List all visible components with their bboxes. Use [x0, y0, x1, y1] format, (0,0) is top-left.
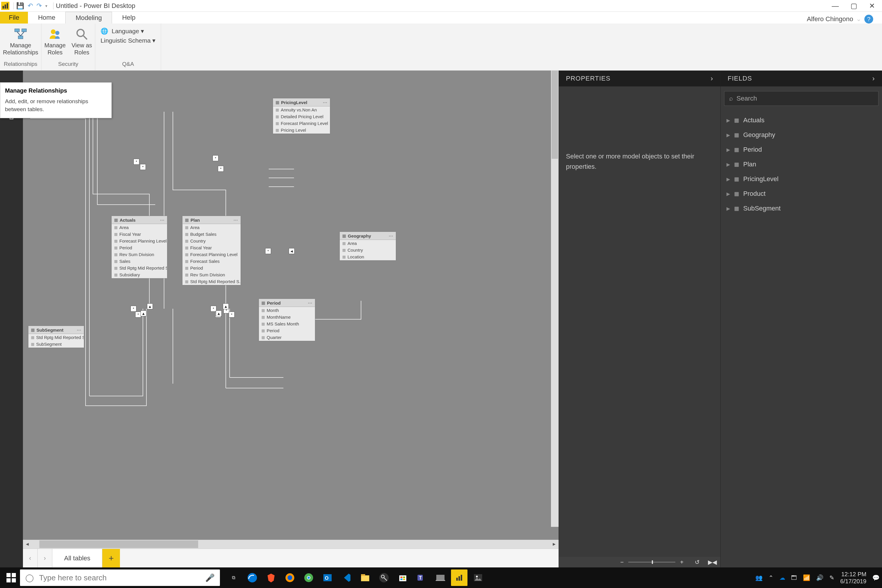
- minimize-icon[interactable]: —: [832, 2, 839, 10]
- svg-rect-44: [459, 576, 460, 580]
- redo-icon[interactable]: ↷: [36, 2, 42, 10]
- table-card-actuals[interactable]: ▦Actuals⋯ ▦Area ▦Fiscal Year ▦Forecast P…: [111, 216, 167, 278]
- zoom-out-icon[interactable]: −: [620, 559, 624, 566]
- menu-help[interactable]: Help: [112, 12, 145, 24]
- manage-roles-button[interactable]: Manage Roles: [44, 27, 66, 56]
- brave-icon[interactable]: [263, 570, 279, 586]
- zoom-in-icon[interactable]: +: [680, 559, 684, 566]
- scroll-right-icon[interactable]: ►: [550, 540, 559, 549]
- windows-taskbar[interactable]: ◯ Type here to search 🎤 ⧉ O T 👥 ⌃ ☁ 🗔 📶: [0, 567, 882, 588]
- help-icon[interactable]: ?: [864, 15, 873, 24]
- rel-end: *: [130, 306, 136, 312]
- qat-more-icon[interactable]: ▾: [45, 3, 47, 8]
- tab-prev-icon[interactable]: ‹: [23, 549, 38, 567]
- battery-icon[interactable]: 🗔: [791, 574, 797, 581]
- table-card-period[interactable]: ▦Period⋯ ▦Month ▦MonthName ▦MS Sales Mon…: [259, 299, 315, 341]
- vscode-icon[interactable]: [338, 570, 355, 586]
- table-card-plan[interactable]: ▦Plan⋯ ▦Area ▦Budget Sales ▦Country ▦Fis…: [182, 216, 241, 285]
- save-icon[interactable]: 💾: [16, 2, 24, 10]
- svg-rect-38: [403, 579, 405, 580]
- table-card-pricinglevel[interactable]: ▦PricingLevel⋯ ▦Annuity vs.Non An ▦Detai…: [273, 98, 330, 134]
- powerbi-icon: [1, 2, 9, 10]
- maximize-icon[interactable]: ▢: [850, 2, 857, 10]
- language-button[interactable]: 🌐 Language ▾: [100, 28, 156, 35]
- rel-end: *: [218, 166, 224, 172]
- outlook-icon[interactable]: O: [319, 570, 336, 586]
- svg-rect-18: [12, 573, 16, 577]
- teams-icon[interactable]: T: [413, 570, 430, 586]
- table-card-subsegment[interactable]: ▦SubSegment⋯ ▦Std Rptg Mid Reported S...…: [28, 326, 84, 348]
- keepass-icon[interactable]: [376, 570, 392, 586]
- zoom-slider[interactable]: [628, 562, 675, 562]
- table-more-icon[interactable]: ⋯: [323, 100, 327, 105]
- store-icon[interactable]: [394, 570, 411, 586]
- scroll-left-icon[interactable]: ◄: [23, 540, 32, 549]
- notifications-icon[interactable]: 💬: [872, 574, 880, 581]
- start-button[interactable]: [2, 569, 20, 586]
- volume-icon[interactable]: 🔊: [816, 574, 824, 581]
- chevron-down-icon[interactable]: ⌵: [857, 16, 860, 22]
- fit-icon[interactable]: ▶◀: [708, 559, 717, 566]
- table-card-geography[interactable]: ▦Geography⋯ ▦Area ▦Country ▦Location: [340, 232, 396, 261]
- rel-end: *: [213, 155, 219, 161]
- svg-rect-41: [436, 575, 444, 580]
- field-table-actuals[interactable]: ▶▦Actuals: [721, 113, 882, 128]
- surface-icon[interactable]: [432, 570, 448, 586]
- svg-line-7: [21, 32, 24, 36]
- rel-end: *: [135, 312, 141, 318]
- tab-all-tables[interactable]: All tables: [52, 549, 102, 567]
- svg-text:T: T: [419, 575, 422, 580]
- manage-relationships-button[interactable]: Manage Relationships: [3, 27, 38, 56]
- people-icon: [48, 27, 62, 41]
- menu-file[interactable]: File: [0, 12, 28, 24]
- view-as-roles-button[interactable]: View as Roles: [72, 27, 92, 56]
- reset-icon[interactable]: ↺: [695, 559, 700, 566]
- properties-pane: PROPERTIES› Select one or more model obj…: [559, 70, 720, 567]
- firefox-icon[interactable]: [282, 570, 298, 586]
- svg-rect-36: [403, 576, 405, 578]
- svg-line-11: [84, 36, 87, 39]
- rel-end: ▲: [216, 310, 222, 316]
- undo-icon[interactable]: ↶: [28, 2, 33, 10]
- chrome-icon[interactable]: [300, 570, 317, 586]
- photos-icon[interactable]: [470, 570, 486, 586]
- fields-search[interactable]: ⌕ Search: [724, 91, 879, 106]
- magnifier-icon: [75, 27, 89, 41]
- svg-rect-4: [22, 29, 27, 32]
- edge-icon[interactable]: [244, 570, 261, 586]
- onedrive-icon[interactable]: ☁: [779, 574, 785, 581]
- mic-icon[interactable]: 🎤: [205, 573, 214, 582]
- close-icon[interactable]: ✕: [869, 2, 875, 10]
- tray-chevron-icon[interactable]: ⌃: [768, 574, 774, 581]
- task-view-icon[interactable]: ⧉: [225, 570, 242, 586]
- cortana-icon: ◯: [25, 573, 34, 582]
- ribbon-group-relationships: Manage Relationships Relationships: [0, 24, 42, 70]
- powerbi-taskbar-icon[interactable]: [451, 570, 468, 586]
- explorer-icon[interactable]: [357, 570, 374, 586]
- collapse-fields-icon[interactable]: ›: [872, 74, 875, 82]
- fields-pane: FIELDS› ⌕ Search ▶▦Actuals ▶▦Geography ▶…: [720, 70, 882, 567]
- user-area[interactable]: Alfero Chingono ⌵ ?: [807, 15, 873, 24]
- wifi-icon[interactable]: 📶: [803, 574, 810, 581]
- field-table-subsegment[interactable]: ▶▦SubSegment: [721, 201, 882, 216]
- people-tray-icon[interactable]: 👥: [755, 574, 763, 581]
- zoom-strip: − + ↺ ▶◀: [559, 557, 720, 567]
- field-table-product[interactable]: ▶▦Product: [721, 186, 882, 201]
- canvas-vscroll[interactable]: [551, 70, 559, 527]
- field-table-geography[interactable]: ▶▦Geography: [721, 128, 882, 142]
- manage-relationships-icon: [14, 27, 28, 41]
- add-page-button[interactable]: +: [102, 549, 120, 567]
- menu-modeling[interactable]: Modeling: [65, 12, 112, 24]
- linguistic-schema-button[interactable]: Linguistic Schema ▾: [100, 37, 156, 44]
- clock[interactable]: 12:12 PM 6/17/2019: [840, 571, 866, 585]
- pen-icon[interactable]: ✎: [830, 574, 834, 581]
- field-table-plan[interactable]: ▶▦Plan: [721, 157, 882, 172]
- model-canvas[interactable]: ▦Business ▦Rev Sum Division ▦PricingLeve…: [23, 70, 559, 540]
- field-table-period[interactable]: ▶▦Period: [721, 142, 882, 157]
- canvas-hscroll[interactable]: ◄ ►: [23, 540, 559, 549]
- field-table-pricinglevel[interactable]: ▶▦PricingLevel: [721, 172, 882, 186]
- taskbar-search[interactable]: ◯ Type here to search 🎤: [20, 570, 220, 586]
- menu-home[interactable]: Home: [28, 12, 65, 24]
- tab-next-icon[interactable]: ›: [38, 549, 52, 567]
- collapse-properties-icon[interactable]: ›: [711, 74, 713, 82]
